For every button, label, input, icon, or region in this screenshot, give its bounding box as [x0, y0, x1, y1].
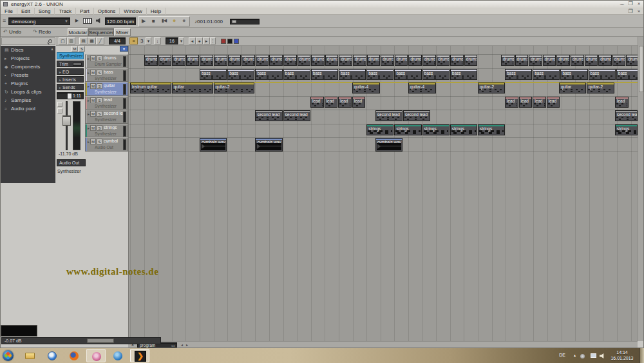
- clip-drums[interactable]: drums: [464, 55, 478, 66]
- clip-drums[interactable]: drums: [256, 55, 269, 66]
- master-bar-thumb[interactable]: [87, 338, 114, 343]
- menu-item-track[interactable]: Track: [55, 8, 76, 15]
- clip-lead[interactable]: lead: [519, 97, 533, 108]
- track-header-strings[interactable]: ▸MSstringsSynthesizer: [85, 124, 128, 138]
- taskbar-firefox-button[interactable]: [64, 349, 84, 362]
- part-tool-button[interactable]: ▤: [79, 37, 88, 44]
- grid-dropdown-icon[interactable]: ▾: [178, 37, 184, 44]
- child-close-button[interactable]: ×: [635, 8, 643, 14]
- tab-modular[interactable]: Modular: [68, 28, 88, 36]
- marquee-tool-button[interactable]: ▥: [67, 37, 75, 44]
- trim-button[interactable]: Trim: [57, 61, 84, 67]
- clip-instrum-guitar[interactable]: instrum guitar: [130, 83, 171, 93]
- track-header-lead[interactable]: ▸MSleadSynthesizer: [85, 96, 128, 110]
- undo-button[interactable]: ↶ Undo: [3, 29, 21, 35]
- clip-lead[interactable]: lead: [615, 97, 629, 108]
- arrangement-area[interactable]: drumsdrumsdrumsdrumsdrumsdrumsdrumsdrums…: [128, 46, 638, 341]
- clip-lead[interactable]: lead: [325, 97, 338, 108]
- expand-icon[interactable]: ▸: [88, 112, 90, 116]
- clip-second-lead[interactable]: second lead: [615, 110, 638, 121]
- mute-button[interactable]: M: [90, 125, 96, 131]
- solo-button[interactable]: S: [97, 70, 102, 75]
- clip-drums[interactable]: drums: [144, 55, 158, 66]
- redo-button[interactable]: ↷ Redo: [33, 29, 51, 35]
- taskbar-mail-button[interactable]: [108, 349, 128, 362]
- sidebar-item-audio-pool[interactable]: ≈Audio pool: [1, 104, 55, 113]
- clip-second-lead[interactable]: second lead: [403, 110, 430, 121]
- stop-button[interactable]: ■: [152, 18, 155, 24]
- clip-drums[interactable]: drums: [571, 55, 584, 66]
- clip-guitar-4[interactable]: guitar-4: [352, 83, 380, 93]
- eq-button[interactable]: ▸EQ: [57, 68, 84, 75]
- clip-drums[interactable]: drums: [269, 55, 283, 66]
- master-output-bar[interactable]: -0.07 dB: [1, 337, 161, 344]
- clip-drums[interactable]: drums: [515, 55, 529, 66]
- tray-clock[interactable]: 14:14 16.01.2013: [608, 349, 636, 361]
- clip-cymbals-wav[interactable]: cymbals.wav: [200, 138, 227, 152]
- record-button[interactable]: ●: [182, 17, 185, 24]
- clip-guitar-2[interactable]: guitar-2: [214, 83, 255, 93]
- browser-search-input[interactable]: [1, 37, 55, 45]
- clip-bass[interactable]: bass: [505, 69, 532, 80]
- clip-bass[interactable]: bass: [366, 69, 393, 80]
- program-arrows-icon[interactable]: ◂ ▸: [171, 344, 175, 348]
- vertical-scrollbar[interactable]: [638, 37, 643, 341]
- taskbar-media-player-button[interactable]: [43, 349, 62, 362]
- menu-item-part[interactable]: Part: [76, 8, 94, 15]
- solo-button[interactable]: S: [97, 55, 102, 61]
- expand-icon[interactable]: ▸: [88, 126, 90, 130]
- clip-bass[interactable]: bass: [589, 69, 616, 80]
- sidebar-item-samples[interactable]: ♪Samples: [1, 96, 55, 104]
- track-list-menu-button[interactable]: ▾: [120, 46, 128, 52]
- show-desktop-button[interactable]: [639, 348, 644, 363]
- tray-app-icon[interactable]: [580, 354, 585, 358]
- expand-icon[interactable]: ▸: [88, 70, 90, 75]
- mute-button[interactable]: M: [90, 83, 96, 89]
- menu-item-window[interactable]: Window: [120, 8, 146, 15]
- clip-bass[interactable]: bass: [255, 69, 282, 80]
- expand-icon[interactable]: ▸: [88, 84, 90, 88]
- clip-drums[interactable]: drums: [298, 55, 311, 66]
- clip-drums[interactable]: drums: [367, 55, 381, 66]
- clip-drums[interactable]: drums: [626, 55, 638, 66]
- sidebar-item-plugins[interactable]: +Plugins: [1, 79, 55, 88]
- clip-bass[interactable]: bass: [422, 69, 450, 80]
- menu-item-help[interactable]: Help: [147, 8, 166, 15]
- quantize-apply-button[interactable]: ↓: [154, 37, 161, 44]
- clip-guitar[interactable]: guitar: [172, 83, 213, 93]
- sends-button[interactable]: ▸Sends: [57, 84, 84, 90]
- clip-drums[interactable]: drums: [158, 55, 172, 66]
- clip-drums[interactable]: drums: [543, 55, 556, 66]
- glue-tool-button[interactable]: ▦: [88, 37, 96, 44]
- clip-drums[interactable]: drums: [381, 55, 394, 66]
- solo-button[interactable]: S: [97, 139, 102, 144]
- clip-drums[interactable]: drums: [283, 55, 297, 66]
- hscroll-right-icon[interactable]: ▸: [186, 342, 188, 347]
- clip-guitar-2[interactable]: guitar-2: [478, 83, 505, 93]
- clip-drums[interactable]: drums: [408, 55, 422, 66]
- pan-handle[interactable]: [68, 93, 71, 99]
- clip-drums[interactable]: drums: [172, 55, 185, 66]
- mute-button[interactable]: M: [90, 70, 96, 75]
- mute-button[interactable]: M: [90, 111, 96, 117]
- solo-button[interactable]: S: [97, 97, 102, 103]
- record-part-button[interactable]: ●: [196, 37, 203, 44]
- song-select[interactable]: demosong ▼: [8, 17, 70, 25]
- prev-part-button[interactable]: ◂: [189, 37, 196, 44]
- restore-button[interactable]: ❐: [627, 1, 634, 6]
- track-header-drums[interactable]: ▸MSdrumsDrum Sampler: [85, 54, 128, 68]
- track-header-bass[interactable]: ▸MSbassSynthesizer: [85, 68, 128, 83]
- start-button[interactable]: [3, 350, 14, 361]
- close-button[interactable]: ×: [635, 1, 643, 6]
- master-solo-button[interactable]: S: [79, 46, 85, 52]
- track-header-cymbal[interactable]: ▸MScymbalAudio Out: [85, 137, 128, 152]
- clip-guitar-4[interactable]: guitar-4: [408, 83, 436, 93]
- clip-drums[interactable]: drums: [450, 55, 464, 66]
- track-header-second-lead[interactable]: ▸MSsecond leadSynthesizer: [85, 110, 128, 124]
- clip-drums[interactable]: drums: [529, 55, 542, 66]
- more-tools-button[interactable]: ⋮: [210, 37, 216, 44]
- scroll-up-icon[interactable]: ▲: [50, 47, 54, 51]
- sidebar-item-discs[interactable]: ▤Discs: [1, 46, 55, 54]
- channel-header[interactable]: Synthesizer: [57, 52, 84, 59]
- track-header-guitar[interactable]: ▸MSguitarSynthesizer: [85, 82, 128, 96]
